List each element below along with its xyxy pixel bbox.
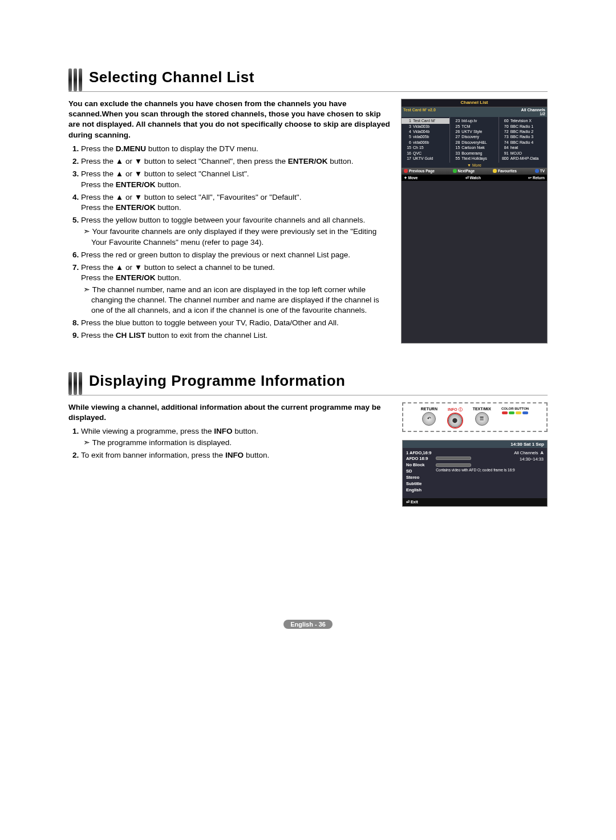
step-7: Press the ▲ or ▼ button to select a chan… [81,262,391,316]
remote-diagram: RETURN↶ INFO ⓘ⬤ TEXT/MIX☰ COLOR BUTTON [402,402,548,432]
channel-name: BBC Radio 4 [510,140,533,145]
channel-name: heat [510,145,518,150]
osd-meta: Test Card M' v2.0 All Channels1/2 [402,107,547,117]
channel-row: 15Cartoon Nwk [450,145,498,150]
remote-info: INFO ⓘ⬤ [448,407,463,427]
channel-num: 84 [501,145,509,150]
channel-name: QVC [413,151,422,156]
channel-num: 17 [403,156,411,161]
section-title: Selecting Channel List [89,68,254,91]
osd-legend-nav: ✦ Move ⏎ Watch ↩ Return [402,175,547,181]
info-left-item: English [406,487,431,494]
channel-name: vida005b [413,134,429,139]
page-number: English - 36 [68,621,548,628]
channel-row: 84heat [499,145,547,150]
channel-row: 800ARD-MHP-Data [499,156,547,161]
step-4: Press the ▲ or ▼ button to select "All",… [81,192,391,213]
channel-name: Test Card M' [413,118,435,123]
channel-row: 4Vida004b [402,129,449,134]
channel-num: 15 [403,145,411,150]
channel-name: BBC Radio 2 [510,129,533,134]
info-left-item: 1 AFDO,16:9 [406,450,431,457]
channel-name: ARD-MHP-Data [510,156,539,161]
channel-name: UKTV Gold [413,156,433,161]
step-8: Press the blue button to toggle between … [81,318,391,328]
channel-num: 4 [403,129,411,134]
channel-name: Cartoon Nwk [461,145,484,150]
channel-row: 91MOJO [499,151,547,156]
channel-name: DiscoveryH&L [461,140,487,145]
channel-row: 60Television X [499,118,547,123]
osd-col-3: 60Television X70BBC Radio 172BBC Radio 2… [499,117,547,163]
channel-row: 72BBC Radio 2 [499,129,547,134]
header-ornament [68,372,82,395]
channel-num: 73 [501,134,509,139]
channel-num: 15 [452,145,460,150]
channel-row: 28DiscoveryH&L [450,140,498,145]
info-osd: 14:30 Sat 1 Sep 1 AFDO,16:9AFDO 16:9No B… [402,440,548,507]
channel-num: 60 [501,118,509,123]
remote-return: RETURN↶ [421,407,437,427]
channel-num: 25 [452,124,460,129]
step-1: While viewing a programme, press the INF… [81,426,392,448]
channel-row: 1Test Card M' [402,118,449,123]
info-left-col: 1 AFDO,16:9AFDO 16:9No BlockSDStereoSubt… [406,450,431,494]
step-5: Press the yellow button to toggle betwee… [81,215,391,248]
channel-num: 28 [452,140,460,145]
remote-colorbuttons: COLOR BUTTON [501,407,529,427]
channel-row: 15Ch 15 [402,145,449,150]
channel-row: 3Vida003b [402,124,449,129]
channel-row: 5vida005b [402,134,449,139]
info-left-item: SD [406,469,431,475]
channel-row: 16QVC [402,151,449,156]
channel-name: Vida003b [413,124,429,129]
channel-row: 17UKTV Gold [402,156,449,161]
osd-title: Channel List [402,99,547,107]
info-left-item: Stereo [406,475,431,481]
step-3: Press the ▲ or ▼ button to select "Chann… [81,169,391,189]
step-2: To exit from banner information, press t… [81,450,392,461]
remote-textmix: TEXT/MIX☰ [473,407,491,427]
channel-num: 55 [452,156,460,161]
steps-list: While viewing a programme, press the INF… [68,426,392,461]
channel-num: 800 [501,156,509,161]
channel-num: 33 [452,151,460,156]
progress-bar [436,457,471,460]
channel-num: 70 [501,124,509,129]
channel-row: 74BBC Radio 4 [499,140,547,145]
info-time: 14:30 Sat 1 Sep [403,441,547,448]
progress-bar [436,463,471,467]
info-left-item: AFDO 16:9 [406,456,431,462]
header-ornament [68,68,82,91]
channel-name: Television X [510,118,532,123]
osd-col-2: 23bid-up.tv25TCM26UKTV Style27Discovery2… [450,117,499,163]
channel-name: Boomerang [461,151,482,156]
channel-num: 3 [403,124,411,129]
step-5-sub: Your favourite channels are only display… [81,227,391,247]
info-figure: RETURN↶ INFO ⓘ⬤ TEXT/MIX☰ COLOR BUTTON 1… [402,402,548,507]
channel-num: 5 [403,134,411,139]
channel-name: BBC Radio 3 [510,134,533,139]
step-7-sub: The channel number, name and an icon are… [81,285,391,316]
channel-name: Vida004b [413,129,429,134]
step-1-sub: The programme information is displayed. [81,438,392,448]
channel-name: Ch 15 [413,145,424,150]
channel-num: 26 [452,129,460,134]
section-title: Displaying Programme Information [89,372,345,395]
channel-num: 27 [452,134,460,139]
steps-list: Press the D.MENU button to display the D… [68,144,391,341]
intro-text: You can exclude the channels you have ch… [68,99,391,140]
channel-row: 25TCM [450,124,498,129]
section-programme-info: Displaying Programme Information While v… [68,372,548,507]
section-channel-list: Selecting Channel List You can exclude t… [68,68,548,344]
channel-name: MOJO [510,151,522,156]
step-6: Press the red or green button to display… [81,250,391,260]
section-header: Selecting Channel List [68,68,548,92]
info-desc: Contains video with AFD O; coded frame i… [436,467,544,472]
intro-text: While viewing a channel, additional info… [68,402,392,423]
channel-num: 91 [501,151,509,156]
channel-name: Ttext Holidays [461,156,487,161]
channel-num: 16 [403,151,411,156]
channel-list-osd: Channel List Test Card M' v2.0 All Chann… [401,99,548,344]
channel-name: BBC Radio 1 [510,124,533,129]
